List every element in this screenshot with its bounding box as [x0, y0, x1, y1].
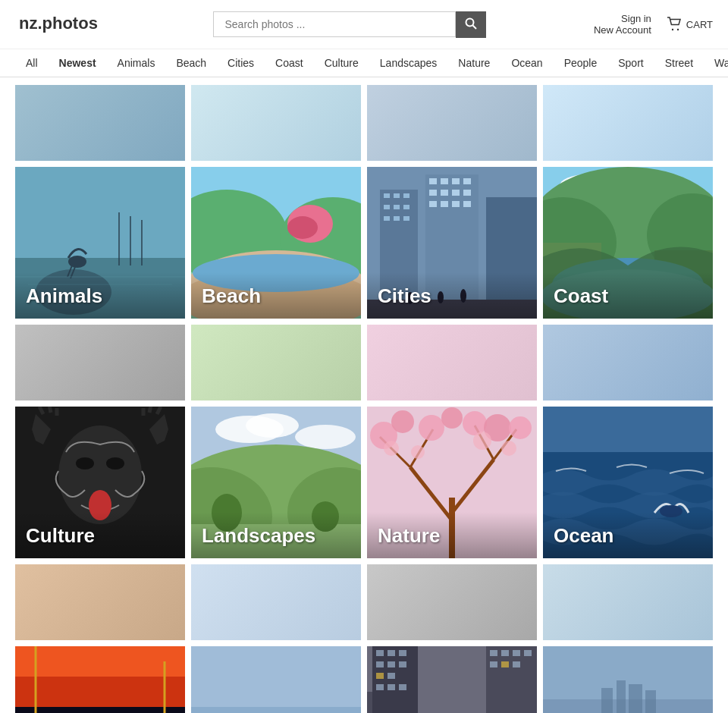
nav-item-all[interactable]: All [15, 49, 49, 77]
header-right: Sign in New Account CART [594, 13, 713, 36]
cart-label: CART [686, 19, 713, 30]
svg-point-68 [76, 457, 94, 470]
category-card-landscapes[interactable]: Landscapes [191, 407, 361, 558]
svg-point-104 [473, 432, 491, 450]
search-container [213, 11, 486, 38]
grid-top-waterfront [543, 564, 713, 640]
search-input[interactable] [213, 11, 456, 37]
category-card-nature[interactable]: Nature [367, 407, 537, 558]
cart-area[interactable]: CART [667, 17, 713, 32]
svg-rect-113 [15, 646, 185, 677]
nav-item-landscapes[interactable]: Landscapes [369, 49, 448, 77]
svg-line-2 [473, 25, 477, 29]
svg-line-72 [49, 407, 51, 413]
svg-rect-159 [513, 650, 520, 656]
svg-rect-157 [490, 650, 497, 656]
category-card-people[interactable]: People [15, 646, 185, 713]
svg-point-106 [501, 441, 516, 456]
svg-rect-149 [388, 661, 395, 667]
category-card-beach[interactable]: Beach [191, 167, 361, 319]
svg-rect-175 [629, 684, 642, 713]
svg-point-1 [466, 18, 474, 26]
svg-rect-144 [372, 646, 418, 713]
svg-rect-40 [463, 178, 471, 184]
category-card-waterfront[interactable]: Waterfront [543, 646, 713, 713]
svg-rect-38 [441, 178, 448, 184]
svg-point-81 [295, 425, 356, 449]
nav-item-coast[interactable]: Coast [265, 49, 314, 77]
svg-rect-160 [524, 650, 532, 656]
nav-item-waterfront[interactable]: Waterfront [704, 49, 728, 77]
svg-rect-162 [501, 661, 509, 667]
category-grid: Animals [0, 77, 728, 713]
svg-rect-153 [376, 684, 384, 690]
grid-top-cities [367, 85, 537, 161]
grid-top-landscapes [191, 325, 361, 400]
svg-rect-41 [429, 190, 437, 196]
nav-item-newest[interactable]: Newest [49, 49, 107, 77]
search-icon [465, 17, 477, 30]
svg-rect-39 [452, 178, 460, 184]
svg-rect-174 [617, 680, 626, 713]
grid-top-nature [367, 325, 537, 400]
svg-rect-37 [429, 178, 437, 184]
svg-point-105 [411, 445, 425, 459]
nav-item-culture[interactable]: Culture [314, 49, 369, 77]
svg-rect-31 [394, 205, 400, 209]
grid-top-street [367, 564, 537, 640]
svg-rect-161 [490, 661, 497, 667]
category-card-cities[interactable]: Cities [367, 167, 537, 319]
svg-point-80 [246, 413, 299, 438]
svg-point-99 [441, 407, 463, 429]
grid-top-animals [15, 85, 185, 161]
svg-rect-35 [403, 216, 410, 221]
nav-item-sport[interactable]: Sport [607, 49, 654, 77]
nav-item-street[interactable]: Street [654, 49, 704, 77]
card-label-animals: Animals [15, 272, 185, 319]
auth-links: Sign in New Account [594, 13, 651, 36]
category-card-sport[interactable]: Sport [191, 646, 361, 713]
svg-rect-29 [403, 193, 410, 198]
svg-point-3 [672, 29, 673, 30]
svg-point-69 [106, 457, 124, 470]
svg-rect-172 [543, 646, 713, 699]
category-card-street[interactable]: Street [367, 646, 537, 713]
svg-point-21 [287, 216, 318, 239]
nav-item-nature[interactable]: Nature [447, 49, 500, 77]
svg-rect-146 [388, 650, 395, 656]
card-label-landscapes: Landscapes [191, 512, 361, 558]
svg-rect-158 [501, 650, 509, 656]
card-label-beach: Beach [191, 272, 361, 319]
grid-row-3: People [15, 646, 713, 713]
svg-rect-151 [376, 673, 384, 679]
header: nz.photos Sign in New Account CART [0, 0, 728, 49]
nav-item-animals[interactable]: Animals [107, 49, 166, 77]
nav-item-beach[interactable]: Beach [165, 49, 217, 77]
svg-point-103 [384, 441, 399, 456]
nav-item-people[interactable]: People [554, 49, 608, 77]
svg-rect-46 [441, 201, 448, 207]
category-card-ocean[interactable]: Ocean [543, 407, 713, 558]
svg-rect-32 [403, 205, 410, 209]
svg-rect-148 [376, 661, 384, 667]
svg-rect-176 [645, 690, 656, 713]
new-account-link[interactable]: New Account [594, 24, 651, 36]
svg-point-97 [391, 410, 414, 433]
svg-point-8 [68, 256, 86, 268]
nav-item-ocean[interactable]: Ocean [500, 49, 553, 77]
main-nav: All Newest Animals Beach Cities Coast Cu… [0, 49, 728, 77]
category-card-culture[interactable]: Culture [15, 407, 185, 558]
card-label-nature: Nature [367, 512, 537, 558]
sign-in-link[interactable]: Sign in [594, 13, 651, 24]
grid-top-ocean [543, 325, 713, 400]
category-card-coast[interactable]: Coast [543, 167, 713, 319]
nav-item-cities[interactable]: Cities [217, 49, 265, 77]
grid-top-sport [191, 564, 361, 640]
svg-rect-163 [513, 661, 520, 667]
grid-row-1: Animals [15, 167, 713, 319]
category-card-animals[interactable]: Animals [15, 167, 185, 319]
svg-rect-173 [601, 688, 613, 713]
search-button[interactable] [456, 11, 486, 38]
svg-rect-45 [429, 201, 437, 207]
svg-rect-42 [441, 190, 448, 196]
